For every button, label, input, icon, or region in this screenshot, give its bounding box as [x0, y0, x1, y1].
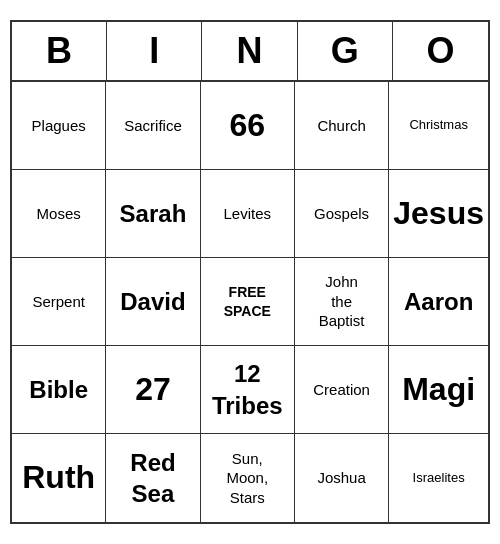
cell-4-1: RedSea — [106, 434, 200, 522]
cell-4-2: Sun,Moon,Stars — [201, 434, 295, 522]
cell-4-3: Joshua — [295, 434, 389, 522]
cell-0-4: Christmas — [389, 82, 488, 170]
cell-1-1: Sarah — [106, 170, 200, 258]
cell-1-3: Gospels — [295, 170, 389, 258]
bingo-grid: PlaguesSacrifice66ChurchChristmasMosesSa… — [12, 82, 488, 522]
cell-2-0: Serpent — [12, 258, 106, 346]
cell-2-3: JohntheBaptist — [295, 258, 389, 346]
cell-4-0: Ruth — [12, 434, 106, 522]
cell-2-2: FREESPACE — [201, 258, 295, 346]
cell-3-3: Creation — [295, 346, 389, 434]
header-letter: G — [298, 22, 393, 80]
cell-0-0: Plagues — [12, 82, 106, 170]
cell-3-2: 12Tribes — [201, 346, 295, 434]
cell-0-2: 66 — [201, 82, 295, 170]
cell-3-4: Magi — [389, 346, 488, 434]
cell-1-0: Moses — [12, 170, 106, 258]
cell-1-2: Levites — [201, 170, 295, 258]
header-letter: I — [107, 22, 202, 80]
cell-3-1: 27 — [106, 346, 200, 434]
bingo-header: BINGO — [12, 22, 488, 82]
cell-0-3: Church — [295, 82, 389, 170]
cell-3-0: Bible — [12, 346, 106, 434]
bingo-card: BINGO PlaguesSacrifice66ChurchChristmasM… — [10, 20, 490, 524]
header-letter: O — [393, 22, 488, 80]
cell-1-4: Jesus — [389, 170, 488, 258]
header-letter: N — [202, 22, 297, 80]
header-letter: B — [12, 22, 107, 80]
cell-2-1: David — [106, 258, 200, 346]
cell-2-4: Aaron — [389, 258, 488, 346]
cell-4-4: Israelites — [389, 434, 488, 522]
cell-0-1: Sacrifice — [106, 82, 200, 170]
